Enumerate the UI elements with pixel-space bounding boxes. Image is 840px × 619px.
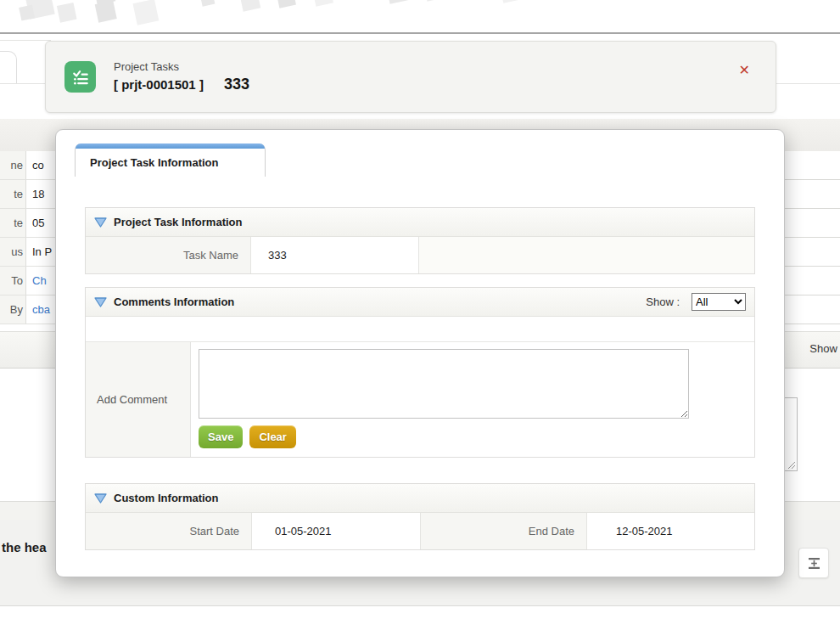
task-header-card: Project Tasks [ prjt-0001501 ] 333 ✕ <box>45 41 776 113</box>
start-date-value: 01-05-2021 <box>252 513 421 549</box>
task-header-text: Project Tasks [ prjt-0001501 ] 333 <box>114 60 249 93</box>
background-show-label: Show : <box>809 342 840 355</box>
table-row: te 05 <box>0 209 56 238</box>
task-code: [ prjt-0001501 ] <box>114 77 204 92</box>
table-row: us In P <box>0 238 56 267</box>
page-footer <box>0 605 840 619</box>
tab-project-task-information[interactable]: Project Task Information <box>75 143 266 177</box>
show-filter-select[interactable]: All <box>692 293 746 311</box>
start-date-label: Start Date <box>86 513 252 549</box>
table-row: te 18 <box>0 180 56 209</box>
row-value-link[interactable]: Ch <box>26 267 56 295</box>
field-row: Task Name 333 <box>86 237 754 273</box>
section-header-comments[interactable]: Comments Information Show : All <box>86 288 754 317</box>
end-date-label: End Date <box>421 513 587 549</box>
table-row: By cba <box>0 295 56 324</box>
collapse-triangle-icon <box>94 297 107 307</box>
row-value: In P <box>26 238 56 266</box>
screen: ne co te 18 te 05 us In P To Ch By cba <box>0 0 840 619</box>
collapse-triangle-icon <box>94 493 107 504</box>
clear-button[interactable]: Clear <box>249 425 296 448</box>
resize-grip-icon <box>787 460 796 470</box>
section-header-task-info[interactable]: Project Task Information <box>86 208 754 237</box>
section-custom-information: Custom Information Start Date 01-05-2021… <box>85 483 755 550</box>
comment-textarea[interactable] <box>199 349 689 419</box>
row-filler <box>419 237 754 273</box>
row-label: ne <box>0 151 26 179</box>
vertical-align-button[interactable] <box>798 548 829 578</box>
close-icon[interactable]: ✕ <box>739 64 750 77</box>
section-title: Comments Information <box>114 295 234 308</box>
section-header-custom[interactable]: Custom Information <box>86 484 754 513</box>
end-date-value: 12-05-2021 <box>587 513 754 549</box>
row-label: us <box>0 238 26 266</box>
show-filter-label: Show : <box>646 295 680 308</box>
background-divider <box>0 40 51 41</box>
row-label: To <box>0 267 26 295</box>
field-row: Start Date 01-05-2021 End Date 12-05-202… <box>86 513 754 549</box>
task-number: 333 <box>224 76 249 93</box>
row-label: te <box>0 209 26 237</box>
vertical-align-icon <box>807 556 821 571</box>
row-value-link[interactable]: cba <box>26 295 56 324</box>
row-value: co <box>26 151 56 179</box>
task-title: Project Tasks <box>114 60 249 73</box>
section-title: Project Task Information <box>114 216 242 228</box>
row-label: te <box>0 180 26 208</box>
tab-label: Project Task Information <box>76 149 265 169</box>
task-modal: Project Task Information Project Task In… <box>55 129 785 577</box>
row-value: 05 <box>26 209 56 237</box>
section-project-task-information: Project Task Information Task Name 333 <box>85 207 755 274</box>
background-tab-outline <box>0 51 17 84</box>
task-name-label: Task Name <box>86 237 251 273</box>
collapse-triangle-icon <box>94 217 107 228</box>
background-table-right-edge <box>785 151 840 324</box>
add-comment-label: Add Comment <box>86 342 191 457</box>
section-title: Custom Information <box>114 492 219 504</box>
task-name-value: 333 <box>251 237 419 273</box>
section-comments-information: Comments Information Show : All Add Comm… <box>85 287 755 458</box>
save-button[interactable]: Save <box>199 425 243 448</box>
table-row: ne co <box>0 151 56 180</box>
table-row: To Ch <box>0 267 56 295</box>
task-list-icon <box>64 61 96 93</box>
background-detail-table: ne co te 18 te 05 us In P To Ch By cba <box>0 151 56 324</box>
background-partial-text: the hea <box>2 540 47 554</box>
row-label: By <box>0 295 26 324</box>
row-value: 18 <box>26 180 56 208</box>
add-comment-row: Add Comment Save Clear <box>86 341 754 457</box>
comments-empty-area <box>86 317 754 341</box>
